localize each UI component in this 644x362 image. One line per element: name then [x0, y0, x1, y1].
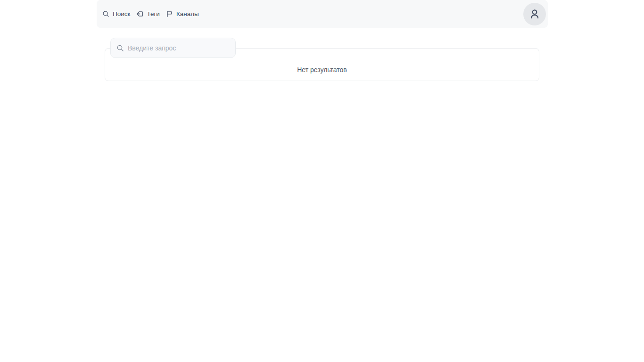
search-icon	[102, 10, 109, 17]
flag-icon	[166, 10, 173, 17]
nav-item-label: Поиск	[113, 10, 130, 17]
search-input[interactable]	[128, 44, 231, 52]
top-nav: Поиск Теги Каналы	[102, 10, 199, 17]
tag-icon	[136, 10, 143, 17]
nav-item-tags[interactable]: Теги	[136, 10, 159, 17]
person-icon	[528, 8, 541, 20]
empty-results-message: Нет результатов	[297, 66, 347, 74]
nav-item-search[interactable]: Поиск	[102, 10, 130, 17]
user-avatar-button[interactable]	[523, 3, 546, 25]
page: Поиск Теги Каналы	[0, 0, 644, 362]
header-bar: Поиск Теги Каналы	[97, 0, 548, 28]
nav-item-channels[interactable]: Каналы	[166, 10, 199, 17]
search-box	[110, 38, 236, 58]
search-icon	[116, 44, 124, 52]
nav-item-label: Каналы	[176, 10, 199, 17]
nav-item-label: Теги	[147, 10, 159, 17]
